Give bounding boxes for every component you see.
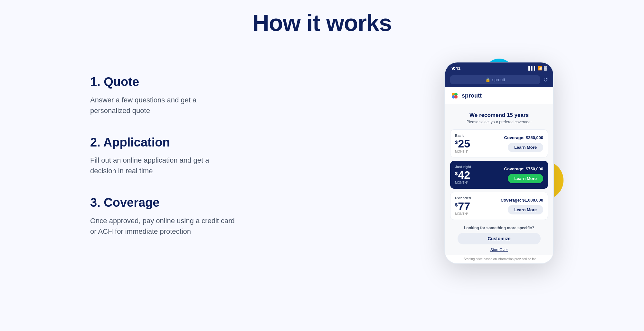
start-over-link[interactable]: Start Over [450, 246, 548, 253]
learn-more-button-basic[interactable]: Learn More [508, 143, 543, 152]
customize-button[interactable]: Customize [458, 233, 541, 244]
step-1-title: 1. Quote [90, 75, 412, 90]
learn-more-button-extended[interactable]: Learn More [508, 205, 543, 214]
coverage-basic: Coverage: $250,000 [504, 135, 543, 140]
plan-label-extended: Extended [455, 196, 471, 200]
content-area: 1. Quote Answer a few questions and get … [64, 62, 580, 264]
lock-icon: 🔒 [485, 77, 490, 82]
coverage-just-right: Coverage: $750,000 [504, 166, 543, 171]
signal-icon: ▌▌▌ [528, 66, 537, 71]
price-month-basic: MONTH* [455, 150, 468, 153]
page-wrapper: How it works 1. Quote Answer a few quest… [0, 0, 644, 331]
plan-right-basic: Coverage: $250,000 Learn More [504, 135, 543, 152]
sproutt-logo-icon [450, 91, 459, 100]
app-logo-bar: sproutt [445, 87, 553, 104]
price-dollar-basic: $ [455, 139, 458, 145]
phone-content: sproutt We recomend 15 years Please sele… [445, 87, 553, 263]
recommend-subtitle: Please select your prefered coverage: [450, 120, 548, 124]
battery-icon: ▓ [544, 66, 547, 71]
url-bar: 🔒 sproutt [450, 75, 540, 84]
app-name: sproutt [462, 92, 482, 99]
phone-status-bar: 9:41 ▌▌▌ 📶 ▓ [445, 62, 553, 73]
page-title: How it works [252, 10, 392, 36]
plan-right-just-right: Coverage: $750,000 Learn More [504, 166, 543, 183]
step-3-description: Once approved, pay online using a credit… [90, 215, 235, 237]
status-icons: ▌▌▌ 📶 ▓ [528, 66, 547, 71]
wifi-icon: 📶 [538, 66, 543, 71]
phone-mockup: 9:41 ▌▌▌ 📶 ▓ 🔒 sproutt ↺ [444, 62, 554, 264]
learn-more-button-just-right[interactable]: Learn More [508, 174, 543, 183]
plan-price-just-right: Just right $ 42 MONTH* [455, 165, 481, 184]
price-amount-basic: 25 [458, 138, 470, 149]
refresh-icon[interactable]: ↺ [543, 76, 548, 83]
price-amount-extended: 77 [458, 201, 470, 212]
step-3: 3. Coverage Once approved, pay online us… [90, 195, 412, 237]
svg-point-3 [454, 95, 458, 99]
plan-price-display-basic: $ 25 [455, 138, 470, 149]
step-1: 1. Quote Answer a few questions and get … [90, 75, 412, 116]
looking-text: Looking for something more specific? [450, 226, 548, 230]
price-month-just-right: MONTH* [455, 181, 468, 184]
step-2-description: Fill out an online application and get a… [90, 155, 235, 176]
plan-card-just-right: Just right $ 42 MONTH* Coverage: $750,00… [450, 161, 548, 189]
price-month-extended: MONTH* [455, 212, 468, 216]
plan-card-extended: Extended $ 77 MONTH* Coverage: $1,000,00… [450, 192, 548, 220]
price-dollar-just-right: $ [455, 171, 458, 176]
coverage-extended: Coverage: $1,000,000 [501, 198, 543, 203]
price-dollar-extended: $ [455, 202, 458, 207]
steps-column: 1. Quote Answer a few questions and get … [90, 62, 412, 237]
url-text: sproutt [492, 77, 505, 82]
plan-price-basic: Basic $ 25 MONTH* [455, 134, 481, 153]
plan-price-extended: Extended $ 77 MONTH* [455, 196, 481, 216]
plan-right-extended: Coverage: $1,000,000 Learn More [501, 198, 543, 214]
plan-price-display-extended: $ 77 [455, 201, 470, 212]
step-1-description: Answer a few questions and get a persona… [90, 95, 235, 116]
plan-card-basic: Basic $ 25 MONTH* Coverage: $250,000 [450, 129, 548, 157]
step-3-title: 3. Coverage [90, 195, 412, 210]
recommend-section: We recomend 15 years Please select your … [450, 108, 548, 129]
phone-url-bar: 🔒 sproutt ↺ [445, 73, 553, 87]
step-2: 2. Application Fill out an online applic… [90, 135, 412, 176]
plan-price-display-just-right: $ 42 [455, 169, 470, 180]
step-2-title: 2. Application [90, 135, 412, 150]
recommend-title: We recomend 15 years [450, 112, 548, 118]
customize-section: Looking for something more specific? Cus… [450, 223, 548, 254]
status-time: 9:41 [451, 66, 460, 71]
plan-label-basic: Basic [455, 134, 464, 137]
disclaimer-text: *Starting price based on information pro… [445, 255, 553, 263]
plan-label-just-right: Just right [455, 165, 471, 169]
price-amount-just-right: 42 [458, 169, 470, 180]
phone-column: 9:41 ▌▌▌ 📶 ▓ 🔒 sproutt ↺ [444, 62, 554, 264]
